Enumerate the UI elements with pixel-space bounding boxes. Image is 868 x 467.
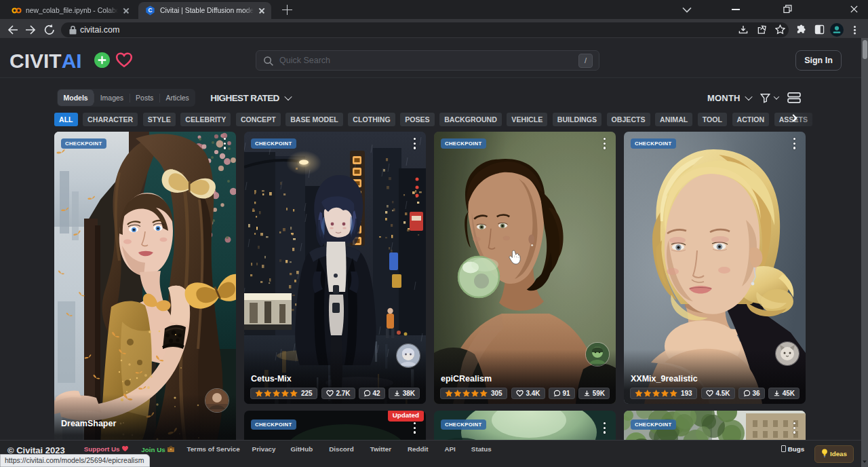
svg-text:C: C — [149, 7, 153, 14]
